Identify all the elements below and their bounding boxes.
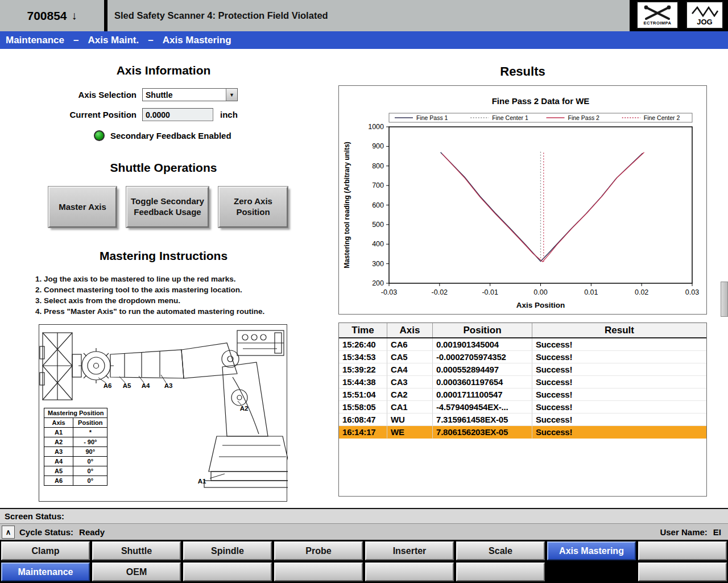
table-cell: Success! [532,414,706,426]
jog-mode-button[interactable]: JOG [686,1,723,29]
mastering-table-cell: A5 [44,466,73,476]
results-chart: Fine Pass 2 Data for WEFine Pass 1Fine C… [339,86,708,315]
table-row[interactable]: 15:44:38CA30.0003601197654Success! [339,376,706,388]
user-name-value: EI [713,527,721,537]
table-cell: 15:44:38 [339,376,387,388]
table-row[interactable]: 15:58:05CA1-4.579409454EX-...Success! [339,401,706,414]
table-cell: Success! [532,363,706,376]
nav-button-shuttle[interactable]: Shuttle [92,541,181,560]
table-cell: 15:39:22 [339,363,387,376]
current-position-field[interactable] [142,108,213,121]
hmi-screen: 700854 ↓ Sled Safety Scanner 4: Protecti… [0,0,728,583]
mastering-table-cell: * [73,428,107,437]
robot-axis-label: A6 [104,382,112,389]
svg-text:0.01: 0.01 [584,288,598,296]
nav-button-maintenance[interactable]: Maintenance [1,563,90,581]
zero-axis-position-button[interactable]: Zero Axis Position [218,187,288,228]
table-cell: 16:08:47 [339,414,387,426]
svg-text:Fine Center 1: Fine Center 1 [492,114,528,121]
table-row[interactable]: 16:14:17WE7.806156203EX-05Success! [339,426,706,439]
axis-selection-value: Shuttle [143,90,226,100]
nav-button-blank[interactable] [183,563,272,581]
nav-button-blank[interactable] [638,541,727,560]
nav-button-oem[interactable]: OEM [92,563,181,581]
nav-button-axis-mastering[interactable]: Axis Mastering [547,541,636,560]
svg-text:600: 600 [372,201,384,209]
nav-row-2: MaintenanceOEM [1,563,727,581]
screen-status-label: Screen Status: [5,511,64,521]
svg-text:-0.03: -0.03 [381,288,398,296]
svg-text:0.00: 0.00 [533,288,547,296]
svg-text:Fine Pass 1: Fine Pass 1 [416,114,448,121]
breadcrumb: Maintenance – Axis Maint. – Axis Masteri… [0,31,728,49]
nav-button-blank[interactable] [456,563,545,581]
table-cell: 0.0001711100547 [433,388,532,401]
svg-text:-0.01: -0.01 [482,288,498,296]
mastering-table-row: A40° [44,457,107,466]
table-cell: -0.0002705974352 [433,351,532,363]
mastering-instructions-title: Mastering Instructions [34,249,293,263]
table-row[interactable]: 16:08:47WU7.315961458EX-05Success! [339,414,706,426]
table-cell: 16:14:17 [339,426,387,439]
table-cell: 0.000552894497 [433,363,532,376]
table-cell: 15:58:05 [339,401,387,414]
results-column-header: Position [433,323,532,337]
mastering-table-row: A1* [44,428,107,437]
dropdown-arrow-icon[interactable]: ▼ [226,89,237,101]
table-row[interactable]: 15:39:22CA40.000552894497Success! [339,363,706,376]
alarm-number-button[interactable]: 700854 ↓ [0,0,106,31]
results-column-header: Axis [387,323,433,337]
nav-row-1: ClampShuttleSpindleProbeInserterScaleAxi… [1,541,727,560]
breadcrumb-item-axis-maint: Axis Maint. [88,35,139,46]
breadcrumb-separator: – [148,35,153,46]
table-cell: Success! [532,351,706,363]
user-name-label: User Name: [660,527,707,537]
mastering-table-cell: - 90° [73,437,107,447]
svg-text:900: 900 [372,142,384,150]
robot-axis-label: A1 [198,478,206,485]
collapse-status-button[interactable]: ∧ [2,526,15,539]
results-column-header: Result [532,323,706,337]
current-position-label: Current Position [34,110,136,119]
nav-button-blank[interactable] [638,563,727,581]
table-cell: CA4 [387,363,433,376]
table-row[interactable]: 15:51:04CA20.0001711100547Success! [339,388,706,401]
table-cell: 0.001901345004 [433,338,532,351]
axis-selection-label: Axis Selection [34,90,136,100]
cycle-status-value: Ready [79,527,105,537]
master-axis-button[interactable]: Master Axis [48,187,117,228]
vertical-scrollbar-thumb[interactable] [721,282,728,317]
svg-text:Mastering tool reading (Arbitr: Mastering tool reading (Arbitrary units) [343,142,351,268]
mastering-table-cell: A1 [44,428,73,437]
robot-axis-label: A3 [164,382,173,389]
toggle-secondary-feedback-button[interactable]: Toggle Secondary Feedback Usage [126,187,209,228]
crossed-tools-icon [642,5,673,22]
logo-text: ECTROIMPA [644,20,672,26]
table-cell: Success! [532,376,706,388]
table-cell: 0.0003601197654 [433,376,532,388]
nav-button-blank[interactable] [274,563,363,581]
table-cell: 7.315961458EX-05 [433,414,532,426]
instruction-step: 2. Connect mastering tool to the axis ma… [35,284,303,295]
robot-diagram-panel: A1A2A3A4A5A6 Mastering PositionAxisPosit… [39,324,287,502]
nav-button-spindle[interactable]: Spindle [183,541,272,560]
electroimpact-logo-button[interactable]: ECTROIMPA [636,1,679,29]
nav-button-clamp[interactable]: Clamp [1,541,90,560]
nav-button-probe[interactable]: Probe [274,541,363,560]
table-cell: CA2 [387,388,433,401]
instructions-list: 1. Jog the axis to be mastered to line u… [35,274,303,317]
axis-selection-dropdown[interactable]: Shuttle ▼ [142,88,238,101]
table-row[interactable]: 15:26:40CA60.001901345004Success! [339,338,706,351]
nav-button-inserter[interactable]: Inserter [365,541,454,560]
cycle-status-label: Cycle Status: [19,527,73,537]
jog-label: JOG [697,18,712,26]
alarm-bar: 700854 ↓ Sled Safety Scanner 4: Protecti… [0,0,728,31]
mastering-table-row: A60° [44,476,107,486]
mastering-table-row: A50° [44,466,107,476]
nav-button-scale[interactable]: Scale [456,541,545,560]
jog-zigzag-icon [690,5,719,18]
bottom-navigation: ClampShuttleSpindleProbeInserterScaleAxi… [0,540,728,583]
nav-button-blank[interactable] [365,563,454,581]
instruction-step: 4. Press "Master Axis" to run the automa… [35,306,303,317]
table-row[interactable]: 15:34:53CA5-0.0002705974352Success! [339,351,706,363]
